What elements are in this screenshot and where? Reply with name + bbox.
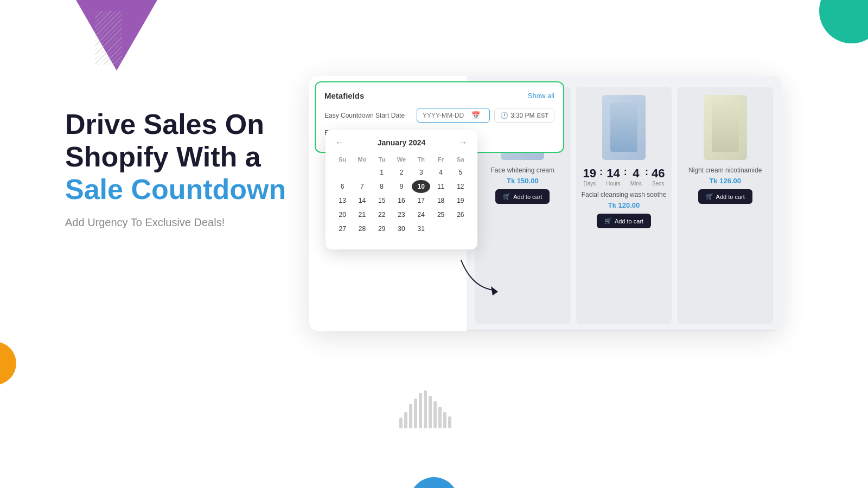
cal-day-4[interactable]: 4 bbox=[431, 166, 450, 179]
add-to-cart-2[interactable]: 🛒 Add to cart bbox=[597, 214, 651, 228]
cal-day-28[interactable]: 28 bbox=[353, 222, 371, 235]
cal-day-31[interactable]: 31 bbox=[412, 222, 430, 235]
cal-day-27[interactable]: 27 bbox=[333, 222, 352, 235]
cal-day-10[interactable]: 10 bbox=[412, 180, 430, 193]
countdown-days-label: Days bbox=[583, 181, 596, 187]
date-text-input[interactable] bbox=[423, 112, 471, 119]
add-to-cart-label-2: Add to cart bbox=[615, 218, 643, 224]
calendar-popup: ← January 2024 → Su Mo Tu We Th Fr Sa 1 … bbox=[326, 130, 477, 249]
countdown-hours-num: 14 bbox=[607, 168, 620, 179]
cal-day-6[interactable]: 6 bbox=[333, 180, 352, 193]
cal-day-21[interactable]: 21 bbox=[353, 208, 371, 221]
cal-day-18[interactable]: 18 bbox=[431, 194, 450, 207]
show-all-link[interactable]: Show all bbox=[528, 92, 554, 100]
day-header-tu: Tu bbox=[373, 154, 391, 165]
product-name-1: Face whitening cream bbox=[491, 166, 554, 174]
cal-day-2[interactable]: 2 bbox=[392, 166, 411, 179]
cal-day-5[interactable]: 5 bbox=[451, 166, 470, 179]
clock-icon: 🕐 bbox=[500, 112, 508, 119]
cal-day-14[interactable]: 14 bbox=[353, 194, 371, 207]
countdown-sep-1: : bbox=[599, 166, 603, 179]
start-date-inputs: 📅 🕐 3:30 PM EST bbox=[417, 108, 554, 123]
cal-day-8[interactable]: 8 bbox=[373, 180, 391, 193]
arrow-pointer bbox=[456, 255, 505, 300]
countdown-days: 19 Days bbox=[583, 168, 596, 187]
countdown-secs-num: 46 bbox=[652, 168, 665, 179]
cal-day-26[interactable]: 26 bbox=[451, 208, 470, 221]
cal-day-24[interactable]: 24 bbox=[412, 208, 430, 221]
cal-day-13[interactable]: 13 bbox=[333, 194, 352, 207]
subheadline: Add Urgency To Exclusive Deals! bbox=[65, 216, 286, 229]
main-card: Metafields Show all Easy Countdown Start… bbox=[309, 76, 781, 331]
cal-day-22[interactable]: 22 bbox=[373, 208, 391, 221]
cal-day-empty bbox=[353, 166, 371, 179]
product-card-3: Night cream nicotinamide Tk 126.00 🛒 Add… bbox=[677, 87, 773, 324]
calendar-next[interactable]: → bbox=[457, 138, 470, 147]
cal-day-20[interactable]: 20 bbox=[333, 208, 352, 221]
product-image-3 bbox=[704, 95, 747, 160]
calendar-prev[interactable]: ← bbox=[333, 138, 346, 147]
product-card-2: 19 Days : 14 Hours : 4 Mins : 46 bbox=[576, 87, 672, 324]
product-price-1: Tk 150.00 bbox=[507, 177, 539, 185]
add-to-cart-label-3: Add to cart bbox=[716, 194, 745, 200]
start-date-row: Easy Countdown Start Date 📅 🕐 3:30 PM ES… bbox=[324, 108, 554, 123]
deco-circle-green bbox=[819, 0, 868, 43]
product-name-2: Facial cleansing wash soothe bbox=[582, 191, 667, 198]
countdown-mins-label: Mins bbox=[630, 181, 642, 187]
deco-circle-orange bbox=[0, 342, 16, 385]
countdown-hours-label: Hours bbox=[606, 181, 621, 187]
cal-day-30[interactable]: 30 bbox=[392, 222, 411, 235]
metafields-header: Metafields Show all bbox=[324, 91, 554, 100]
day-header-su: Su bbox=[333, 154, 352, 165]
countdown-sep-2: : bbox=[624, 166, 627, 179]
countdown-mins-num: 4 bbox=[633, 168, 639, 179]
cal-day-1[interactable]: 1 bbox=[373, 166, 391, 179]
countdown-days-num: 19 bbox=[583, 168, 596, 179]
time-value: 3:30 PM bbox=[510, 112, 535, 119]
cal-day-empty bbox=[431, 222, 450, 235]
cart-icon-3: 🛒 bbox=[706, 193, 713, 200]
product-image-inner-3 bbox=[712, 103, 739, 152]
product-price-2: Tk 120.00 bbox=[608, 201, 640, 209]
cal-day-16[interactable]: 16 bbox=[392, 194, 411, 207]
start-date-input[interactable]: 📅 bbox=[417, 108, 490, 123]
cal-day-empty bbox=[451, 222, 470, 235]
svg-marker-0 bbox=[491, 286, 498, 296]
deco-circle-blue bbox=[410, 477, 458, 488]
cal-day-11[interactable]: 11 bbox=[431, 180, 450, 193]
calendar-title: January 2024 bbox=[378, 138, 426, 147]
countdown-hours: 14 Hours bbox=[606, 168, 621, 187]
cal-day-empty bbox=[333, 236, 352, 242]
cal-day-19[interactable]: 19 bbox=[451, 194, 470, 207]
day-header-we: We bbox=[392, 154, 411, 165]
headline: Drive Sales On Shopify With a Sale Count… bbox=[65, 108, 286, 206]
deco-bars bbox=[399, 390, 451, 428]
calendar-icon: 📅 bbox=[471, 111, 480, 119]
day-header-sa: Sa bbox=[451, 154, 470, 165]
countdown-sep-3: : bbox=[645, 166, 648, 179]
cal-day-25[interactable]: 25 bbox=[431, 208, 450, 221]
deco-lines bbox=[95, 11, 122, 65]
cal-day-15[interactable]: 15 bbox=[373, 194, 391, 207]
cal-day-23[interactable]: 23 bbox=[392, 208, 411, 221]
cal-day-3[interactable]: 3 bbox=[412, 166, 430, 179]
cart-icon-2: 🛒 bbox=[604, 217, 612, 224]
cal-day-empty bbox=[333, 166, 352, 179]
countdown-secs: 46 Secs bbox=[652, 168, 665, 187]
calendar-header: ← January 2024 → bbox=[333, 138, 470, 147]
day-header-fr: Fr bbox=[431, 154, 450, 165]
product-image-inner-2 bbox=[610, 103, 637, 152]
countdown-mins: 4 Mins bbox=[630, 168, 642, 187]
time-input[interactable]: 🕐 3:30 PM EST bbox=[494, 108, 554, 123]
cal-day-29[interactable]: 29 bbox=[373, 222, 391, 235]
timezone-badge: EST bbox=[537, 112, 548, 119]
cal-day-17[interactable]: 17 bbox=[412, 194, 430, 207]
cal-day-12[interactable]: 12 bbox=[451, 180, 470, 193]
cal-day-9[interactable]: 9 bbox=[392, 180, 411, 193]
start-date-label: Easy Countdown Start Date bbox=[324, 112, 411, 119]
day-header-th: Th bbox=[412, 154, 430, 165]
add-to-cart-3[interactable]: 🛒 Add to cart bbox=[698, 189, 752, 204]
countdown-row: 19 Days : 14 Hours : 4 Mins : 46 bbox=[583, 166, 665, 187]
add-to-cart-1[interactable]: 🛒 Add to cart bbox=[495, 189, 550, 204]
cal-day-7[interactable]: 7 bbox=[353, 180, 371, 193]
